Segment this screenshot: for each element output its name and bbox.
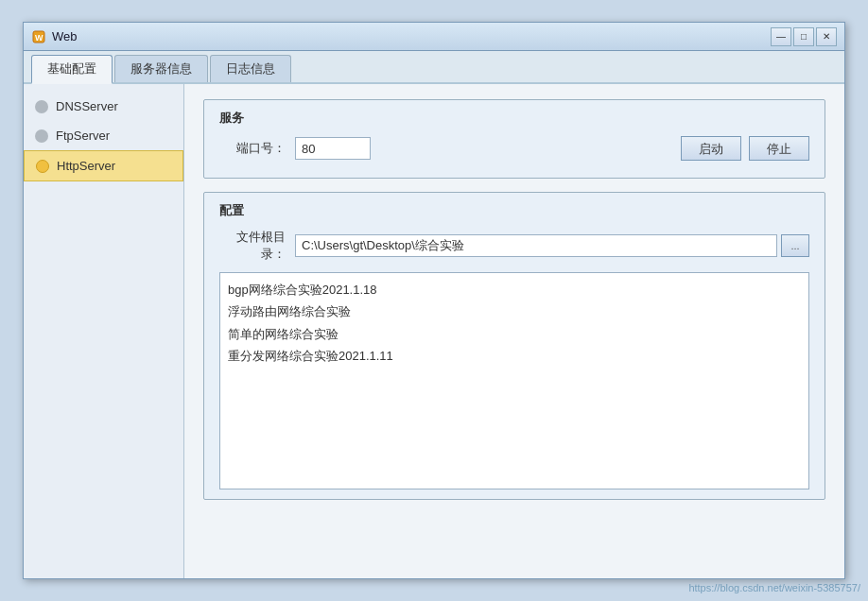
tabs-bar: 基础配置 服务器信息 日志信息 bbox=[24, 51, 844, 84]
start-button[interactable]: 启动 bbox=[681, 136, 741, 161]
tab-log-info[interactable]: 日志信息 bbox=[210, 55, 291, 82]
maximize-button[interactable]: □ bbox=[793, 27, 814, 46]
dns-status-dot bbox=[35, 100, 48, 113]
browse-button[interactable]: ... bbox=[781, 234, 809, 257]
http-status-dot bbox=[36, 160, 49, 173]
watermark: https://blog.csdn.net/weixin-5385757/ bbox=[688, 582, 860, 593]
sidebar-label-ftp: FtpServer bbox=[56, 129, 110, 143]
service-section: 服务 端口号： 启动 停止 bbox=[203, 99, 825, 179]
file-item-1: 浮动路由网络综合实验 bbox=[228, 300, 801, 322]
service-section-title: 服务 bbox=[219, 110, 809, 127]
web-icon: W bbox=[31, 29, 46, 44]
main-window: W Web — □ ✕ 基础配置 服务器信息 日志信息 DNSServer Ft… bbox=[23, 22, 845, 579]
tab-basic[interactable]: 基础配置 bbox=[31, 55, 113, 84]
content-area: 服务 端口号： 启动 停止 配置 文件根目录： ... bgp bbox=[184, 84, 844, 578]
port-input[interactable] bbox=[295, 137, 371, 160]
config-section-title: 配置 bbox=[219, 202, 809, 219]
sidebar-label-http: HttpServer bbox=[57, 159, 115, 173]
window-title: Web bbox=[52, 29, 771, 43]
dir-label: 文件根目录： bbox=[219, 229, 286, 263]
window-controls: — □ ✕ bbox=[771, 27, 837, 46]
file-item-2: 简单的网络综合实验 bbox=[228, 323, 801, 345]
close-button[interactable]: ✕ bbox=[816, 27, 837, 46]
ftp-status-dot bbox=[35, 129, 48, 143]
svg-text:W: W bbox=[35, 33, 43, 43]
file-list-box: bgp网络综合实验2021.1.18 浮动路由网络综合实验 简单的网络综合实验 … bbox=[219, 272, 809, 489]
dir-row: 文件根目录： ... bbox=[219, 229, 809, 263]
sidebar-item-ftp[interactable]: FtpServer bbox=[24, 121, 183, 150]
port-row: 端口号： 启动 停止 bbox=[219, 136, 809, 161]
file-item-3: 重分发网络综合实验2021.1.11 bbox=[228, 345, 801, 367]
main-content: DNSServer FtpServer HttpServer 服务 端口号： 启… bbox=[24, 84, 844, 578]
minimize-button[interactable]: — bbox=[771, 27, 791, 46]
sidebar: DNSServer FtpServer HttpServer bbox=[24, 84, 184, 578]
config-section: 配置 文件根目录： ... bgp网络综合实验2021.1.18 浮动路由网络综… bbox=[203, 192, 825, 500]
stop-button[interactable]: 停止 bbox=[749, 136, 809, 161]
sidebar-item-dns[interactable]: DNSServer bbox=[24, 92, 183, 121]
tab-server-info[interactable]: 服务器信息 bbox=[114, 55, 208, 82]
sidebar-item-http[interactable]: HttpServer bbox=[24, 150, 183, 181]
file-item-0: bgp网络综合实验2021.1.18 bbox=[228, 279, 801, 300]
dir-input[interactable] bbox=[295, 234, 777, 257]
sidebar-label-dns: DNSServer bbox=[56, 99, 118, 113]
port-label: 端口号： bbox=[219, 140, 286, 157]
title-bar: W Web — □ ✕ bbox=[24, 23, 844, 51]
